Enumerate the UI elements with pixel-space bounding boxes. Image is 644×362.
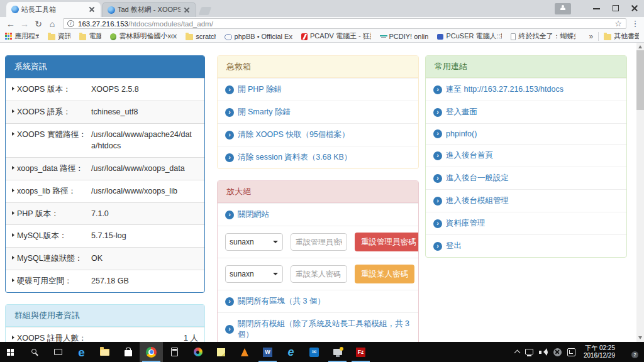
taskbar-filezilla[interactable]: Fz [349, 342, 372, 362]
link-goto-site[interactable]: 連至 http://163.27.216.153/htdocs [446, 84, 564, 95]
column-middle: 急救箱 ›開 PHP 除錯 ›開 Smarty 除錯 ›清除 XOOPS 快取（… [217, 55, 419, 342]
windows-logo-icon [7, 349, 10, 352]
admin-password-input[interactable] [291, 233, 347, 251]
volume-icon[interactable] [539, 348, 548, 356]
link-close-site[interactable]: 關閉網站 [238, 209, 269, 220]
link-close-all-blocks[interactable]: 關閉所有區塊（共 3 個） [238, 296, 325, 307]
forward-button[interactable]: → [18, 18, 31, 30]
taskbar-store[interactable] [116, 342, 140, 362]
bookmark-butterfly[interactable]: 終於找全了：蝴蝶效 [511, 31, 575, 41]
link-login-screen[interactable]: 登入畫面 [446, 107, 477, 118]
bookmark-pcdiy[interactable]: PCDIY! online [380, 33, 429, 40]
link-row: ›開 Smarty 除錯 [218, 101, 418, 123]
taskbar-vlc[interactable] [233, 342, 256, 362]
user-select[interactable]: sunaxn [225, 265, 283, 283]
scroll-up-icon[interactable] [638, 45, 642, 48]
link-row: ›清除 XOOPS 快取（95個檔案） [218, 123, 418, 146]
taskbar-search[interactable] [23, 342, 47, 362]
taskbar-clock[interactable]: 下午 02:25 2016/12/29 [581, 344, 618, 360]
link-admin-home[interactable]: 進入後台首頁 [446, 150, 493, 161]
info-row: xoops_data 路徑：/usr/local/www/xoops_data [6, 157, 204, 180]
taskbar-edge[interactable]: e [70, 342, 93, 362]
link-php-debug[interactable]: 開 PHP 除錯 [238, 84, 282, 95]
taskbar-calculator[interactable] [163, 342, 186, 362]
action-center-button[interactable]: 2 [626, 348, 635, 356]
page-content: 系統資訊 XOOPS 版本：XOOPS 2.5.8 XOOPS 語系：tchin… [0, 43, 644, 342]
link-database-admin[interactable]: 資料庫管理 [446, 218, 486, 229]
link-module-admin[interactable]: 進入後台模組管理 [446, 195, 509, 206]
link-clear-cache[interactable]: 清除 XOOPS 快取（95個檔案） [238, 129, 350, 140]
info-row: XOOPS 註冊人數：1 人 [6, 327, 204, 343]
link-row: ›進入後台首頁 [426, 144, 626, 167]
taskbar-sticky-notes[interactable] [209, 342, 233, 362]
panel-title: 群組與使用者資訊 [6, 305, 204, 327]
taskbar-chrome[interactable] [140, 342, 163, 362]
sticky-notes-icon [217, 348, 225, 356]
bookmark-phpbb[interactable]: phpBB • Official Exte [225, 33, 292, 40]
info-row: MySQL連線狀態：OK [6, 247, 204, 270]
tab-close-icon[interactable] [183, 6, 191, 14]
browser-toolbar: ← → ↻ ⌂ i 163.27.216.153 /htdocs/modules… [0, 17, 644, 30]
tab-close-icon[interactable] [88, 6, 96, 13]
taskbar-word[interactable]: W [256, 342, 279, 362]
link-phpinfo[interactable]: phpinfo() [446, 129, 477, 138]
bookmark-folder-computer[interactable]: 電腦 [79, 31, 102, 41]
close-button[interactable] [625, 0, 644, 17]
user-password-input[interactable] [291, 265, 347, 283]
taskbar-paint[interactable] [186, 342, 209, 362]
link-smarty-debug[interactable]: 開 Smarty 除錯 [238, 107, 291, 118]
arrow-circle-icon: › [225, 153, 234, 162]
bookmark-star-icon[interactable]: ☆ [614, 19, 622, 28]
taskbar-remote-desktop[interactable] [326, 342, 349, 362]
scroll-down-icon[interactable] [638, 336, 642, 339]
link-row: ›開 PHP 除錯 [218, 78, 418, 101]
new-tab-button[interactable] [199, 7, 212, 15]
bookmark-school-site[interactable]: 雲林縣明倫國小xoop [110, 31, 177, 41]
chrome-icon [146, 347, 157, 358]
other-bookmarks-button[interactable]: 其他書籤 [604, 31, 639, 41]
bookmarks-overflow-icon[interactable]: » [584, 32, 599, 41]
reload-button[interactable]: ↻ [31, 18, 45, 30]
arrow-circle-icon: › [225, 108, 234, 117]
link-row: ›進入後台模組管理 [426, 189, 626, 212]
taskbar-mail[interactable]: ✉ [303, 342, 326, 362]
profile-button[interactable] [555, 3, 571, 14]
network-icon[interactable] [525, 349, 533, 354]
start-button[interactable] [0, 342, 23, 362]
address-bar[interactable]: i 163.27.216.153 /htdocs/modules/tad_adm… [63, 18, 626, 29]
admin-user-select[interactable]: sunaxn [225, 233, 283, 251]
back-button[interactable]: ← [4, 18, 18, 30]
bookmark-apps[interactable]: 應用程式 [5, 31, 39, 41]
clock-time: 下午 02:25 [584, 344, 615, 353]
disconnected-icon[interactable] [553, 348, 562, 356]
minimize-button[interactable] [587, 0, 606, 17]
link-logout[interactable]: 登出 [446, 241, 462, 251]
tray-expand-icon[interactable] [514, 350, 520, 356]
bookmark-folder-scratch[interactable]: scratch [186, 33, 216, 40]
arrow-circle-icon: › [433, 242, 442, 251]
bookmark-folder-info[interactable]: 資訊 [48, 31, 70, 41]
home-button[interactable]: ⌂ [45, 18, 59, 30]
link-row: ›登出 [426, 234, 626, 257]
taskbar-file-explorer[interactable] [93, 342, 116, 362]
page-info-icon[interactable]: i [67, 20, 74, 27]
tab-webmaster-toolbox[interactable]: 站長工具箱 [6, 2, 101, 17]
reset-admin-password-button[interactable]: 重設管理員密碼 [355, 233, 419, 251]
link-admin-settings[interactable]: 進入後台一般設定 [446, 173, 509, 184]
scrollbar-thumb[interactable] [636, 50, 644, 110]
column-right: 常用連結 ›連至 http://163.27.216.153/htdocs ›登… [425, 55, 627, 342]
taskbar-internet-explorer[interactable]: e [279, 342, 303, 362]
maximize-button[interactable] [606, 0, 625, 17]
maximize-icon [613, 5, 619, 11]
link-close-all-modules[interactable]: 關閉所有模組（除了系統及站長工具箱模組，共 3 個） [238, 319, 411, 340]
tab-tad-course[interactable]: Tad 教材網 - XOOPS網 [102, 2, 196, 17]
task-view-button[interactable] [47, 342, 70, 362]
ime-indicator-icon[interactable] [567, 348, 575, 356]
reset-user-password-button[interactable]: 重設某人密碼 [355, 265, 414, 283]
link-clear-session[interactable]: 清除 session 資料表（3.68 KB） [238, 152, 352, 163]
file-explorer-icon [100, 349, 109, 356]
scrollbar[interactable] [636, 43, 644, 342]
bookmark-pcadv[interactable]: PCADV 電腦王 - 狂掃 [301, 31, 371, 41]
bookmark-pcuser[interactable]: PCuSER 電腦人::痞 [437, 31, 502, 41]
browser-menu-icon[interactable]: ⋮ [630, 19, 640, 28]
